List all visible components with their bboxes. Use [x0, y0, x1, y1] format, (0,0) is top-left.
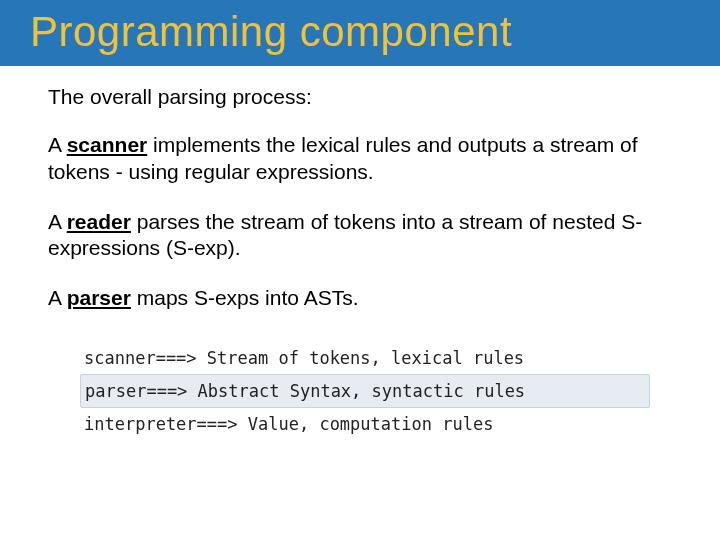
term-scanner: scanner — [67, 133, 148, 156]
slide: Programming component The overall parsin… — [0, 0, 720, 540]
lead-text: A — [48, 210, 67, 233]
paragraph-scanner: A scanner implements the lexical rules a… — [48, 132, 672, 185]
rest-text: parses the stream of tokens into a strea… — [48, 210, 642, 259]
rest-text: maps S-exps into ASTs. — [131, 286, 359, 309]
lead-text: A — [48, 286, 67, 309]
code-block: scanner===> Stream of tokens, lexical ru… — [0, 336, 720, 440]
intro-text: The overall parsing process: — [48, 84, 672, 110]
term-parser: parser — [67, 286, 131, 309]
code-line-interpreter: interpreter===> Value, computation rules — [80, 408, 650, 440]
paragraph-parser: A parser maps S-exps into ASTs. — [48, 285, 672, 311]
paragraph-reader: A reader parses the stream of tokens int… — [48, 209, 672, 262]
title-bar: Programming component — [0, 0, 720, 66]
term-reader: reader — [67, 210, 131, 233]
lead-text: A — [48, 133, 67, 156]
slide-body: The overall parsing process: A scanner i… — [0, 66, 720, 312]
code-line-scanner: scanner===> Stream of tokens, lexical ru… — [80, 342, 650, 374]
slide-title: Programming component — [30, 8, 690, 56]
code-line-parser: parser===> Abstract Syntax, syntactic ru… — [80, 374, 650, 408]
